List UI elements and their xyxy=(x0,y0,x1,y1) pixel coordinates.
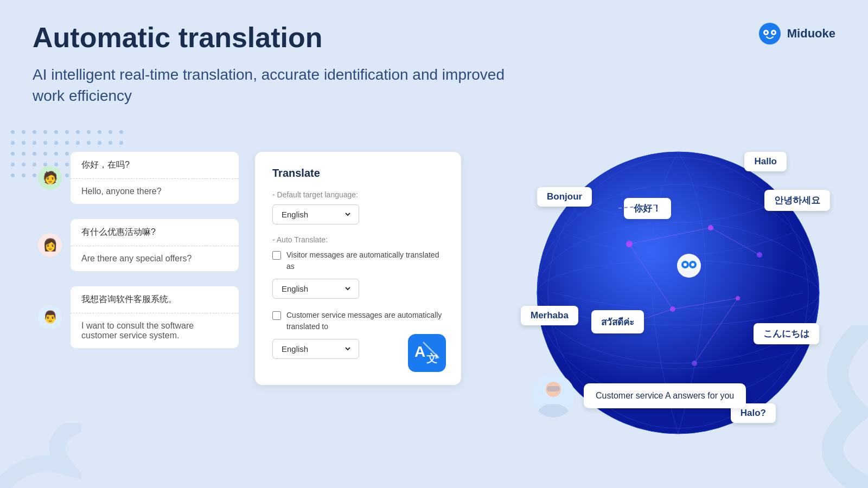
dot xyxy=(65,130,69,134)
dot xyxy=(11,163,15,166)
cs-translate-label: Customer service messages are automatica… xyxy=(286,310,444,332)
logo-text: Miduoke xyxy=(787,27,835,41)
svg-point-31 xyxy=(684,263,687,266)
auto-translate-label: - Auto Translate: xyxy=(272,235,444,244)
cs-avatar xyxy=(532,374,575,418)
dot xyxy=(43,130,47,134)
dot xyxy=(43,141,47,145)
dot xyxy=(119,130,123,134)
dot xyxy=(33,130,36,134)
chat-panel: 🧑 你好，在吗? Hello, anyone there? 👩 有什么优惠活动嘛… xyxy=(33,152,239,363)
dot xyxy=(11,174,15,177)
dot xyxy=(76,130,80,134)
dot xyxy=(98,130,101,134)
dot xyxy=(119,141,123,145)
logo-area: Miduoke xyxy=(758,22,835,46)
lang-bubble-konnichiwa: こんにちは xyxy=(754,323,819,344)
dot xyxy=(22,174,25,177)
visitor-translate-label: Visitor messages are automatically trans… xyxy=(286,249,444,272)
lang-bubble-bonjour: Bonjour xyxy=(537,187,592,207)
svg-point-28 xyxy=(677,254,701,278)
lang-bubble-merhaba: Merhaba xyxy=(521,306,578,325)
msg-translated-3: I want to consult the software customer … xyxy=(71,313,239,348)
chat-group-3: 👨 我想咨询软件客服系统。 I want to consult the soft… xyxy=(71,286,239,348)
dot xyxy=(108,130,112,134)
miduoke-logo-icon xyxy=(758,22,782,46)
translate-icon: A 文 xyxy=(408,334,446,372)
svg-point-32 xyxy=(691,263,694,266)
dot xyxy=(65,141,69,145)
dot xyxy=(54,141,58,145)
msg-original-3: 我想咨询软件客服系统。 xyxy=(71,286,239,313)
visitor-translate-checkbox[interactable] xyxy=(272,251,281,260)
msg-translated-1: Hello, anyone there? xyxy=(71,179,239,204)
default-lang-label: - Default target language: xyxy=(272,190,444,199)
dot xyxy=(11,130,15,134)
dot xyxy=(87,130,91,134)
dot xyxy=(54,130,58,134)
avatar-2: 👩 xyxy=(38,233,62,257)
svg-point-4 xyxy=(773,31,775,34)
visitor-lang-select-wrapper[interactable]: English Chinese Spanish xyxy=(272,279,359,299)
header: Miduoke Automatic translation AI intelli… xyxy=(0,0,868,106)
dot xyxy=(11,141,15,145)
cs-translate-checkbox[interactable] xyxy=(272,311,281,320)
lang-bubble-nihao: 你好！ xyxy=(624,198,671,219)
translate-panel-title: Translate xyxy=(272,167,444,179)
dot xyxy=(98,141,101,145)
svg-rect-37 xyxy=(547,386,560,391)
dot xyxy=(22,141,25,145)
globe-container: Hallo Bonjour 你好！ 안녕하세요 Merhaba สวัสดีค่… xyxy=(521,136,835,450)
svg-point-0 xyxy=(759,23,781,44)
dot xyxy=(33,141,36,145)
cs-translate-row: Customer service messages are automatica… xyxy=(272,310,444,332)
lang-bubble-sawadee: สวัสดีค่ะ xyxy=(591,310,644,333)
translate-icon-area: A 文 xyxy=(408,334,446,374)
msg-original-2: 有什么优惠活动嘛? xyxy=(71,219,239,246)
cs-lang-select[interactable]: English Chinese Spanish xyxy=(279,344,352,354)
avatar-1: 🧑 xyxy=(38,166,62,190)
lang-bubble-annyeong: 안녕하세요 xyxy=(764,190,830,211)
dot xyxy=(87,141,91,145)
avatar-3: 👨 xyxy=(38,305,62,329)
msg-original-1: 你好，在吗? xyxy=(71,152,239,179)
msg-translated-2: Are there any special offers? xyxy=(71,246,239,271)
content-area: 🧑 你好，在吗? Hello, anyone there? 👩 有什么优惠活动嘛… xyxy=(33,152,835,445)
page-subtitle: AI intelligent real-time translation, ac… xyxy=(33,64,521,106)
default-lang-select-wrapper[interactable]: English Chinese Spanish French xyxy=(272,204,359,224)
cs-bubble-row: Customer service A answers for you xyxy=(532,374,746,418)
visitor-translate-row: Visitor messages are automatically trans… xyxy=(272,249,444,272)
dot xyxy=(11,152,15,156)
cs-lang-select-wrapper[interactable]: English Chinese Spanish xyxy=(272,339,359,359)
svg-point-3 xyxy=(765,31,767,34)
dot xyxy=(22,163,25,166)
dot xyxy=(108,141,112,145)
dot xyxy=(22,130,25,134)
chat-group-2: 👩 有什么优惠活动嘛? Are there any special offers… xyxy=(71,219,239,271)
lang-bubble-hallo: Hallo xyxy=(744,152,787,171)
translate-panel: Translate - Default target language: Eng… xyxy=(255,152,461,385)
globe-section: Hallo Bonjour 你好！ 안녕하세요 Merhaba สวัสดีค่… xyxy=(477,152,835,445)
chat-group-1: 🧑 你好，在吗? Hello, anyone there? xyxy=(71,152,239,204)
visitor-lang-select[interactable]: English Chinese Spanish xyxy=(279,284,352,294)
default-lang-select[interactable]: English Chinese Spanish French xyxy=(279,209,352,220)
cs-speech-bubble: Customer service A answers for you xyxy=(584,383,746,408)
page-title: Automatic translation xyxy=(33,22,835,54)
dot xyxy=(76,141,80,145)
svg-text:A: A xyxy=(414,343,425,360)
dot xyxy=(22,152,25,156)
